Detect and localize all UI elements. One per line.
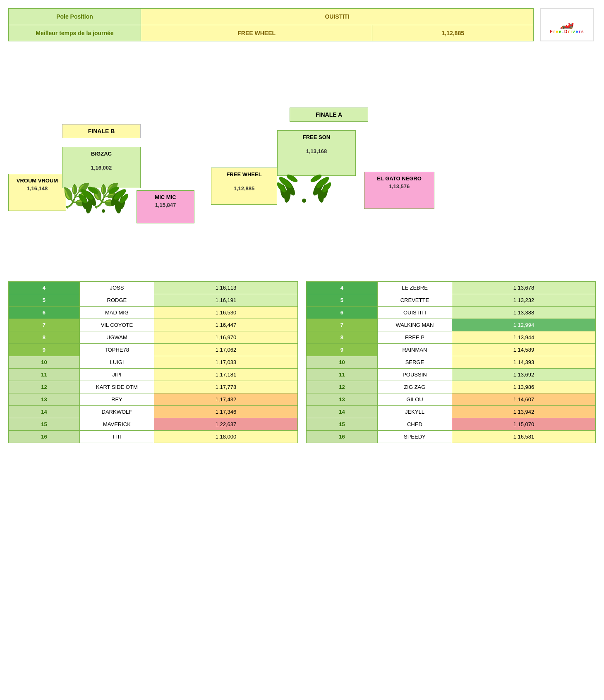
- table-row: 6 OUISTITI 1,13,388: [307, 307, 596, 319]
- name-cell: MAVERICK: [79, 418, 154, 431]
- bracket-section: FINALE B VROUM VROUM 1,16,148 BIGZAC 1,1…: [8, 54, 596, 269]
- name-cell: ZIG ZAG: [377, 381, 452, 393]
- name-cell: UGWAM: [79, 331, 154, 344]
- logo-container: 🏎️ Free-Drivers: [538, 8, 596, 41]
- name-cell: DARKWOLF: [79, 406, 154, 418]
- time-cell: 1,14,589: [452, 344, 595, 356]
- table-row: 10 LUIGI 1,17,033: [9, 356, 298, 369]
- table-row: 6 MAD MIG 1,16,530: [9, 307, 298, 319]
- time-cell: 1,13,944: [452, 331, 595, 344]
- table-row: 5 CREVETTE 1,13,232: [307, 294, 596, 307]
- name-cell: JEKYLL: [377, 406, 452, 418]
- table-row: 10 SERGE 1,14,393: [307, 356, 596, 369]
- header-table: Pole Position OUISTITI Meilleur temps de…: [8, 8, 534, 41]
- position-cell: 9: [9, 344, 80, 356]
- time-cell: 1,16,581: [452, 431, 595, 443]
- table-row: 9 TOPHE78 1,17,062: [9, 344, 298, 356]
- time-cell: 1,12,994: [452, 319, 595, 331]
- table-row: 13 REY 1,17,432: [9, 393, 298, 406]
- position-cell: 12: [9, 381, 80, 393]
- table-row: 7 WALKING MAN 1,12,994: [307, 319, 596, 331]
- table-row: 11 JIPI 1,17,181: [9, 369, 298, 381]
- position-cell: 13: [9, 393, 80, 406]
- table-row: 12 KART SIDE OTM 1,17,778: [9, 381, 298, 393]
- logo-box: 🏎️ Free-Drivers: [540, 8, 594, 41]
- kart-icon: 🏎️: [560, 16, 574, 29]
- position-cell: 12: [307, 381, 378, 393]
- table-row: 13 GILOU 1,14,607: [307, 393, 596, 406]
- position-cell: 10: [9, 356, 80, 369]
- name-cell: SPEEDY: [377, 431, 452, 443]
- position-cell: 9: [307, 344, 378, 356]
- laurel-a: [277, 168, 331, 209]
- time-cell: 1,16,970: [154, 331, 297, 344]
- position-cell: 15: [307, 418, 378, 431]
- left-results-table: 4 JOSS 1,16,113 5 RODGE 1,16,191 6 MAD M…: [8, 281, 298, 443]
- position-cell: 5: [307, 294, 378, 307]
- name-cell: KART SIDE OTM: [79, 381, 154, 393]
- position-cell: 11: [9, 369, 80, 381]
- time-cell: 1,15,070: [452, 418, 595, 431]
- name-cell: JIPI: [79, 369, 154, 381]
- laurel-b-main: [79, 180, 128, 225]
- position-cell: 5: [9, 294, 80, 307]
- table-row: 14 JEKYLL 1,13,942: [307, 406, 596, 418]
- time-cell: 1,16,447: [154, 319, 297, 331]
- finale-a-left: FREE WHEEL 1,12,885: [211, 168, 277, 205]
- time-cell: 1,13,388: [452, 307, 595, 319]
- time-cell: 1,17,346: [154, 406, 297, 418]
- name-cell: VIL COYOTE: [79, 319, 154, 331]
- table-row: 15 CHED 1,15,070: [307, 418, 596, 431]
- name-cell: LUIGI: [79, 356, 154, 369]
- position-cell: 14: [9, 406, 80, 418]
- time-cell: 1,13,678: [452, 282, 595, 294]
- time-cell: 1,13,232: [452, 294, 595, 307]
- name-cell: OUISTITI: [377, 307, 452, 319]
- pole-value: OUISTITI: [141, 9, 534, 25]
- table-row: 7 VIL COYOTE 1,16,447: [9, 319, 298, 331]
- position-cell: 16: [9, 431, 80, 443]
- time-cell: 1,17,778: [154, 381, 297, 393]
- position-cell: 10: [307, 356, 378, 369]
- name-cell: REY: [79, 393, 154, 406]
- time-cell: 1,17,033: [154, 356, 297, 369]
- best-driver: FREE WHEEL: [141, 25, 372, 41]
- time-cell: 1,14,607: [452, 393, 595, 406]
- position-cell: 4: [9, 282, 80, 294]
- position-cell: 16: [307, 431, 378, 443]
- name-cell: WALKING MAN: [377, 319, 452, 331]
- time-cell: 1,13,692: [452, 369, 595, 381]
- time-cell: 1,16,191: [154, 294, 297, 307]
- name-cell: CREVETTE: [377, 294, 452, 307]
- position-cell: 6: [307, 307, 378, 319]
- table-row: 14 DARKWOLF 1,17,346: [9, 406, 298, 418]
- position-cell: 11: [307, 369, 378, 381]
- finale-b-right: MIC MIC 1,15,847: [137, 190, 194, 223]
- tables-section: 4 JOSS 1,16,113 5 RODGE 1,16,191 6 MAD M…: [8, 281, 596, 443]
- time-cell: 1,17,181: [154, 369, 297, 381]
- table-row: 12 ZIG ZAG 1,13,986: [307, 381, 596, 393]
- finale-a-title: FINALE A: [290, 108, 368, 122]
- time-cell: 1,13,942: [452, 406, 595, 418]
- name-cell: FREE P: [377, 331, 452, 344]
- name-cell: TOPHE78: [79, 344, 154, 356]
- name-cell: POUSSIN: [377, 369, 452, 381]
- table-row: 4 JOSS 1,16,113: [9, 282, 298, 294]
- name-cell: RODGE: [79, 294, 154, 307]
- time-cell: 1,13,986: [452, 381, 595, 393]
- time-cell: 1,16,113: [154, 282, 297, 294]
- best-label: Meilleur temps de la journée: [9, 25, 141, 41]
- position-cell: 6: [9, 307, 80, 319]
- table-row: 16 TITI 1,18,000: [9, 431, 298, 443]
- time-cell: 1,18,000: [154, 431, 297, 443]
- name-cell: MAD MIG: [79, 307, 154, 319]
- position-cell: 15: [9, 418, 80, 431]
- table-row: 11 POUSSIN 1,13,692: [307, 369, 596, 381]
- position-cell: 8: [9, 331, 80, 344]
- position-cell: 7: [9, 319, 80, 331]
- best-time: 1,12,885: [372, 25, 534, 41]
- name-cell: LE ZEBRE: [377, 282, 452, 294]
- table-row: 5 RODGE 1,16,191: [9, 294, 298, 307]
- time-cell: 1,16,530: [154, 307, 297, 319]
- position-cell: 4: [307, 282, 378, 294]
